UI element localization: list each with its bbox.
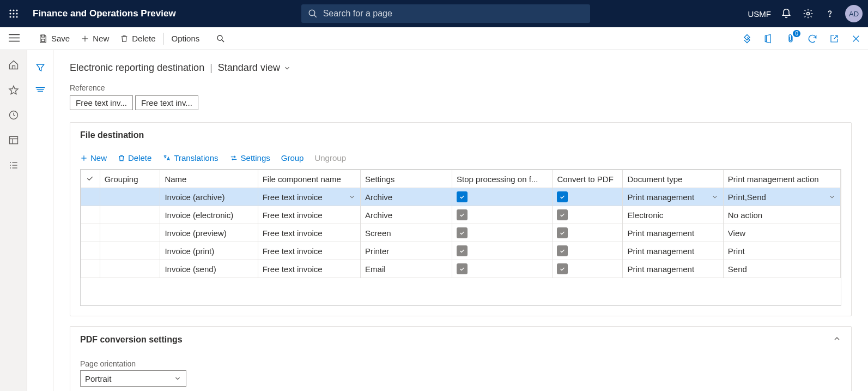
grid-translations-button[interactable]: Translations (162, 153, 218, 163)
stop-processing-checkbox[interactable] (457, 209, 468, 220)
workspaces-icon[interactable] (8, 134, 20, 146)
stop-processing-checkbox[interactable] (457, 191, 468, 202)
file-component-cell[interactable]: Free text invoice (263, 228, 323, 238)
name-cell[interactable]: Invoice (send) (160, 260, 258, 278)
convert-to-pdf-checkbox[interactable] (557, 191, 568, 202)
document-type-cell[interactable]: Print management (627, 264, 694, 274)
convert-to-pdf-checkbox[interactable] (557, 227, 568, 238)
file-component-cell[interactable]: Free text invoice (263, 264, 323, 274)
attachments-icon[interactable]: 0 (784, 32, 797, 45)
select-all-header[interactable] (81, 170, 100, 188)
file-component-cell[interactable]: Free text invoice (263, 210, 323, 220)
row-select-cell[interactable] (81, 188, 100, 206)
action-search-icon[interactable] (210, 32, 231, 46)
file-component-cell[interactable]: Free text invoice (263, 193, 356, 202)
col-stop[interactable]: Stop processing on f... (452, 170, 553, 188)
convert-to-pdf-checkbox[interactable] (557, 263, 568, 274)
convert-to-pdf-checkbox[interactable] (557, 245, 568, 256)
table-row[interactable]: Invoice (send)Free text invoiceEmailPrin… (81, 260, 841, 278)
name-cell[interactable]: Invoice (archive) (160, 188, 258, 206)
file-component-cell[interactable]: Free text invoice (263, 246, 323, 256)
col-name[interactable]: Name (160, 170, 258, 188)
col-pma[interactable]: Print management action (723, 170, 840, 188)
reference-pill[interactable]: Free text inv... (135, 95, 198, 110)
options-button[interactable]: Options (166, 32, 205, 45)
table-row[interactable]: Invoice (print)Free text invoicePrinterP… (81, 242, 841, 260)
grid-new-button[interactable]: New (80, 153, 107, 163)
row-select-cell[interactable] (81, 224, 100, 242)
print-mgmt-action-cell[interactable]: Print (728, 246, 745, 256)
view-selector[interactable]: Standard view (218, 62, 291, 74)
name-cell[interactable]: Invoice (preview) (160, 224, 258, 242)
grouping-cell[interactable] (100, 242, 160, 260)
stop-processing-checkbox[interactable] (457, 263, 468, 274)
settings-cell[interactable]: Screen (361, 224, 452, 242)
row-select-cell[interactable] (81, 260, 100, 278)
notifications-icon[interactable] (780, 7, 793, 20)
row-select-cell[interactable] (81, 242, 100, 260)
refresh-icon[interactable] (806, 32, 819, 45)
help-icon[interactable] (823, 7, 836, 20)
print-mgmt-action-cell[interactable]: View (728, 228, 745, 238)
modules-icon[interactable] (8, 159, 20, 171)
home-icon[interactable] (8, 59, 20, 71)
col-settings[interactable]: Settings (361, 170, 452, 188)
col-convert[interactable]: Convert to PDF (553, 170, 623, 188)
close-icon[interactable] (849, 32, 863, 45)
col-grouping[interactable]: Grouping (100, 170, 160, 188)
office-icon[interactable] (762, 32, 775, 45)
delete-button[interactable]: Delete (114, 32, 161, 46)
favorites-icon[interactable] (8, 84, 20, 96)
related-info-icon[interactable] (35, 86, 46, 95)
global-search[interactable]: Search for a page (301, 4, 590, 23)
svg-line-21 (222, 40, 224, 42)
grid-delete-button[interactable]: Delete (118, 153, 151, 163)
grid-settings-button[interactable]: Settings (229, 153, 270, 163)
reference-pill[interactable]: Free text inv... (70, 95, 133, 110)
save-button[interactable]: Save (33, 32, 75, 46)
settings-icon[interactable] (802, 7, 815, 20)
settings-cell[interactable]: Archive (361, 188, 452, 206)
settings-cell[interactable]: Email (361, 260, 452, 278)
svg-rect-25 (9, 136, 17, 143)
col-doctype[interactable]: Document type (623, 170, 723, 188)
document-type-cell[interactable]: Print management (627, 193, 718, 202)
company-selector[interactable]: USMF (748, 9, 772, 19)
new-button[interactable]: New (75, 32, 114, 45)
section-header[interactable]: PDF conversion settings (70, 327, 851, 353)
table-row[interactable]: Invoice (preview)Free text invoiceScreen… (81, 224, 841, 242)
settings-cell[interactable]: Printer (361, 242, 452, 260)
name-cell[interactable]: Invoice (print) (160, 242, 258, 260)
col-fcn[interactable]: File component name (258, 170, 360, 188)
page-orientation-value: Portrait (85, 374, 111, 383)
print-mgmt-action-cell[interactable]: No action (728, 210, 762, 220)
grouping-cell[interactable] (100, 206, 160, 224)
row-select-cell[interactable] (81, 206, 100, 224)
document-type-cell[interactable]: Electronic (627, 210, 663, 220)
filter-icon[interactable] (35, 62, 46, 75)
grouping-cell[interactable] (100, 188, 160, 206)
collapse-icon[interactable] (833, 334, 841, 345)
popout-icon[interactable] (828, 32, 841, 45)
nav-toggle-icon[interactable] (9, 33, 20, 44)
table-row[interactable]: Invoice (archive)Free text invoiceArchiv… (81, 188, 841, 206)
convert-to-pdf-checkbox[interactable] (557, 209, 568, 220)
grid-group-button[interactable]: Group (281, 153, 304, 163)
diamond-icon[interactable] (740, 32, 754, 45)
grouping-cell[interactable] (100, 224, 160, 242)
stop-processing-checkbox[interactable] (457, 245, 468, 256)
stop-processing-checkbox[interactable] (457, 227, 468, 238)
name-cell[interactable]: Invoice (electronic) (160, 206, 258, 224)
user-avatar[interactable]: AD (845, 5, 863, 22)
grouping-cell[interactable] (100, 260, 160, 278)
settings-cell[interactable]: Archive (361, 206, 452, 224)
recent-icon[interactable] (8, 109, 20, 121)
print-mgmt-action-cell[interactable]: Send (728, 264, 747, 274)
app-launcher-icon[interactable] (5, 5, 22, 22)
section-header[interactable]: File destination (70, 123, 851, 148)
document-type-cell[interactable]: Print management (627, 246, 694, 256)
document-type-cell[interactable]: Print management (627, 228, 694, 238)
print-mgmt-action-cell[interactable]: Print,Send (728, 193, 836, 202)
table-row[interactable]: Invoice (electronic)Free text invoiceArc… (81, 206, 841, 224)
page-orientation-select[interactable]: Portrait (80, 370, 186, 387)
